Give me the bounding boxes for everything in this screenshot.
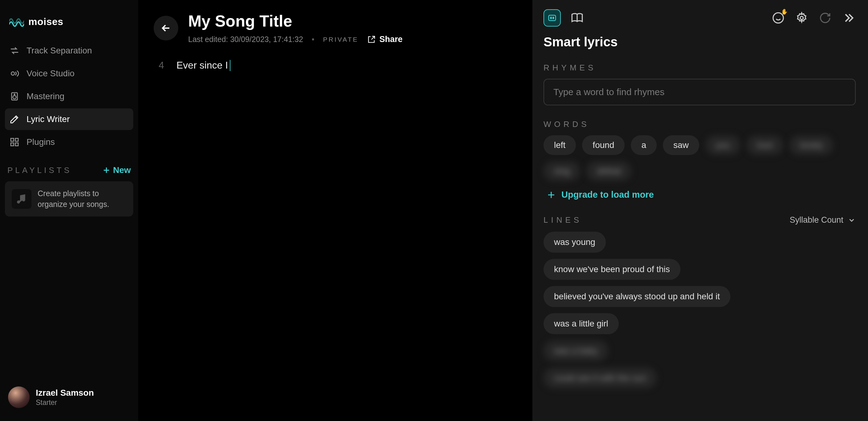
logo[interactable]: moises xyxy=(5,10,133,40)
line-content: Ever since I xyxy=(177,60,228,71)
word-suggestions: left found a saw you love lonely sing de… xyxy=(544,135,856,181)
line-chip[interactable]: know we've been proud of this xyxy=(544,259,680,280)
avatar xyxy=(8,386,30,408)
svg-rect-8 xyxy=(549,15,556,21)
music-note-icon xyxy=(12,189,31,209)
share-button[interactable]: Share xyxy=(367,35,403,44)
last-edited: Last edited: 30/09/2023, 17:41:32 xyxy=(188,35,303,44)
voice-icon xyxy=(9,68,20,79)
svg-point-2 xyxy=(13,95,17,99)
panel-title: Smart lyrics xyxy=(544,35,856,50)
nav-label: Mastering xyxy=(27,91,64,101)
share-label: Share xyxy=(379,35,403,44)
arrow-left-icon xyxy=(160,22,172,34)
chevron-double-right-icon xyxy=(842,12,855,24)
sidebar-item-track-separation[interactable]: Track Separation xyxy=(5,40,133,61)
sidebar-item-lyric-writer[interactable]: Lyric Writer xyxy=(5,108,133,130)
quote-icon xyxy=(548,13,557,23)
word-chip-locked: you xyxy=(706,135,740,155)
feedback-button[interactable]: ✋ xyxy=(771,11,785,25)
swap-icon xyxy=(9,46,20,56)
playlists-header: PLAYLISTS New xyxy=(5,153,133,181)
line-chip[interactable]: believed you've always stood up and held… xyxy=(544,286,731,307)
word-chip[interactable]: left xyxy=(544,135,576,155)
lyrics-editor[interactable]: 4 Ever since I xyxy=(154,60,517,71)
playlist-empty-text: Create playlists to organize your songs. xyxy=(38,188,126,210)
privacy-badge: PRIVATE xyxy=(323,36,359,43)
line-chip[interactable]: was a little girl xyxy=(544,313,619,334)
nav-label: Voice Studio xyxy=(27,68,75,79)
book-icon xyxy=(571,12,583,24)
smart-lyrics-panel: ✋ Smart lyrics RHYMES WORDS left found a… xyxy=(532,0,868,421)
back-button[interactable] xyxy=(154,16,178,40)
line-chip-locked: could see it with the sun xyxy=(544,368,657,389)
wave-emoji-icon: ✋ xyxy=(781,8,788,15)
share-icon xyxy=(367,35,376,44)
pen-icon xyxy=(9,114,20,124)
editor-line[interactable]: 4 Ever since I xyxy=(157,60,517,71)
word-chip[interactable]: a xyxy=(631,135,657,155)
line-number: 4 xyxy=(157,60,164,71)
new-playlist-button[interactable]: New xyxy=(102,165,131,175)
word-chip-locked: lonely xyxy=(789,135,833,155)
gear-icon xyxy=(796,12,808,24)
word-chip-locked: love xyxy=(746,135,783,155)
words-section-label: WORDS xyxy=(544,119,856,129)
user-profile[interactable]: Izrael Samson Starter xyxy=(5,382,133,412)
plus-icon xyxy=(547,190,556,199)
line-text[interactable]: Ever since I xyxy=(177,60,230,71)
tab-smart-lyrics[interactable] xyxy=(544,9,561,27)
user-tier: Starter xyxy=(36,398,94,407)
svg-point-3 xyxy=(14,94,15,95)
line-chip-locked: was a baby xyxy=(544,340,608,361)
editor-main: My Song Title Last edited: 30/09/2023, 1… xyxy=(138,0,532,421)
text-cursor xyxy=(230,60,230,71)
sidebar-item-mastering[interactable]: Mastering xyxy=(5,86,133,107)
rhymes-section-label: RHYMES xyxy=(544,63,856,73)
word-chip-locked: defeat xyxy=(586,161,631,181)
song-title[interactable]: My Song Title xyxy=(188,12,403,30)
svg-point-10 xyxy=(800,17,803,20)
logo-icon xyxy=(9,17,24,27)
separator-dot: • xyxy=(312,35,315,44)
refresh-icon xyxy=(819,12,831,24)
playlist-empty-card[interactable]: Create playlists to organize your songs. xyxy=(5,181,133,217)
svg-rect-7 xyxy=(16,143,18,146)
playlists-title: PLAYLISTS xyxy=(7,166,72,175)
line-chip[interactable]: was young xyxy=(544,232,606,253)
svg-point-0 xyxy=(11,72,14,75)
speaker-icon xyxy=(9,91,20,102)
logo-text: moises xyxy=(28,16,63,27)
syllable-label: Syllable Count xyxy=(789,215,843,225)
svg-rect-6 xyxy=(11,143,13,146)
word-chip[interactable]: saw xyxy=(663,135,699,155)
refresh-button[interactable] xyxy=(818,11,832,25)
syllable-sort-button[interactable]: Syllable Count xyxy=(789,215,856,225)
upgrade-button[interactable]: Upgrade to load more xyxy=(544,190,856,200)
grid-icon xyxy=(9,137,20,147)
lines-section-label: LINES xyxy=(544,215,582,225)
nav-label: Plugins xyxy=(27,137,55,147)
word-chip-locked: sing xyxy=(544,161,580,181)
nav-label: Lyric Writer xyxy=(27,114,70,124)
sidebar-item-voice-studio[interactable]: Voice Studio xyxy=(5,63,133,84)
user-name: Izrael Samson xyxy=(36,388,94,398)
collapse-button[interactable] xyxy=(841,11,856,25)
upgrade-label: Upgrade to load more xyxy=(561,190,654,200)
svg-rect-5 xyxy=(16,138,18,141)
line-suggestions: was young know we've been proud of this … xyxy=(544,232,856,389)
nav: Track Separation Voice Studio Mastering … xyxy=(5,40,133,153)
sidebar-item-plugins[interactable]: Plugins xyxy=(5,131,133,153)
word-chip[interactable]: found xyxy=(582,135,625,155)
new-label: New xyxy=(113,165,131,175)
plus-icon xyxy=(102,166,111,174)
settings-button[interactable] xyxy=(795,11,809,25)
rhymes-input[interactable] xyxy=(544,79,856,105)
sidebar: moises Track Separation Voice Studio Mas… xyxy=(0,0,138,421)
svg-rect-4 xyxy=(11,138,13,141)
meta-row: Last edited: 30/09/2023, 17:41:32 • PRIV… xyxy=(188,35,403,44)
tab-dictionary[interactable] xyxy=(570,11,584,25)
chevron-down-icon xyxy=(848,216,856,224)
nav-label: Track Separation xyxy=(27,46,92,56)
